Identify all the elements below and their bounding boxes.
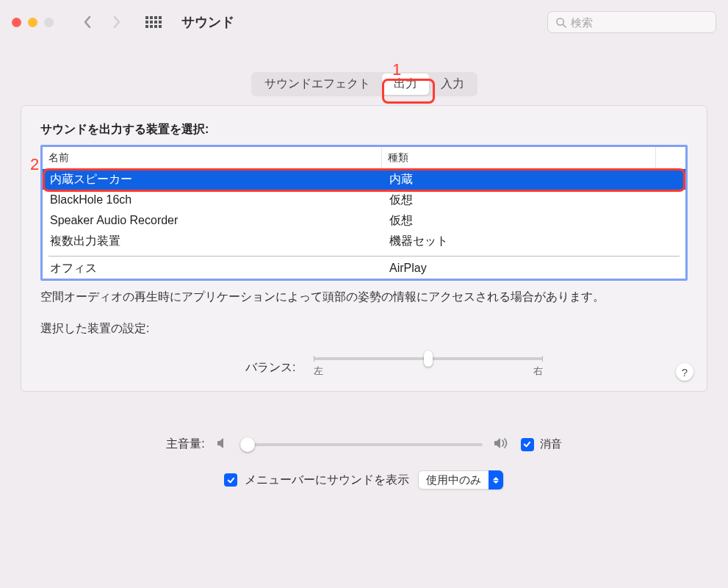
volume-label: 主音量: [166, 437, 204, 452]
balance-left-label: 左 [314, 365, 323, 378]
balance-right-label: 右 [533, 365, 543, 378]
show-all-prefs-button[interactable] [143, 12, 164, 32]
mute-checkbox[interactable] [521, 438, 534, 451]
device-type: 機器セット [382, 234, 685, 249]
chevron-right-icon [112, 15, 121, 29]
window-controls [12, 18, 54, 27]
output-pane: サウンドを出力する装置を選択: 名前 種類 内蔵スピーカー 内蔵 BlackHo… [21, 105, 707, 392]
search-input[interactable] [571, 16, 708, 29]
tab-output[interactable]: 出力 [382, 74, 429, 95]
device-row-airplay-office[interactable]: オフィス AirPlay [43, 258, 685, 279]
device-name: Speaker Audio Recorder [43, 214, 382, 227]
device-row-blackhole[interactable]: BlackHole 16ch 仮想 [43, 190, 685, 210]
zoom-window-button [44, 18, 54, 27]
speaker-high-icon [493, 436, 511, 453]
device-name: 複数出力装置 [43, 234, 382, 249]
show-in-menubar-checkbox[interactable] [224, 473, 237, 487]
search-field[interactable] [547, 11, 716, 33]
chevron-left-icon [83, 15, 92, 29]
check-icon [226, 476, 236, 485]
check-icon [522, 440, 532, 449]
device-name: BlackHole 16ch [43, 193, 382, 207]
device-row-builtin-speaker[interactable]: 内蔵スピーカー 内蔵 [43, 169, 685, 190]
select-device-label: サウンドを出力する装置を選択: [40, 122, 688, 137]
list-divider [48, 256, 680, 257]
help-button[interactable]: ? [676, 363, 693, 381]
device-name: オフィス [43, 261, 382, 276]
device-name: 内蔵スピーカー [43, 172, 382, 187]
menubar-mode-dropdown[interactable]: 使用中のみ [418, 470, 504, 490]
tab-sound-effects[interactable]: サウンドエフェクト [253, 74, 382, 95]
volume-row: 主音量: 消音 [21, 436, 707, 453]
menubar-row: メニューバーにサウンドを表示 使用中のみ [21, 470, 707, 490]
chevron-up-down-icon [489, 470, 503, 490]
device-list-header: 名前 種類 [43, 147, 685, 169]
svg-line-1 [563, 24, 566, 27]
balance-slider[interactable]: 左 右 [314, 357, 543, 378]
column-name-header[interactable]: 名前 [43, 147, 382, 168]
show-in-menubar-checkbox-wrap[interactable]: メニューバーにサウンドを表示 [224, 473, 409, 488]
minimize-window-button[interactable] [28, 18, 37, 27]
forward-button [107, 12, 127, 32]
mute-label: 消音 [540, 437, 562, 451]
column-type-header[interactable]: 種類 [382, 147, 656, 168]
device-type: 仮想 [382, 193, 685, 208]
titlebar: サウンド [0, 0, 728, 44]
volume-slider-thumb[interactable] [240, 437, 255, 452]
volume-slider[interactable] [240, 443, 483, 446]
device-type: 内蔵 [382, 172, 685, 187]
speaker-low-icon [215, 436, 230, 453]
show-in-menubar-label: メニューバーにサウンドを表示 [245, 473, 409, 488]
device-list: 名前 種類 内蔵スピーカー 内蔵 BlackHole 16ch 仮想 Speak… [40, 145, 688, 281]
device-row-aggregate[interactable]: 複数出力装置 機器セット [43, 231, 685, 251]
back-button[interactable] [77, 12, 98, 32]
mute-checkbox-wrap[interactable]: 消音 [521, 437, 562, 451]
tabs: サウンドエフェクト 出力 入力 [0, 72, 728, 96]
close-window-button[interactable] [12, 18, 21, 27]
search-icon [555, 17, 566, 28]
device-type: 仮想 [382, 213, 685, 229]
dropdown-value: 使用中のみ [426, 473, 481, 487]
selected-device-settings-label: 選択した装置の設定: [40, 321, 688, 337]
balance-label: バランス: [230, 360, 296, 376]
device-row-speaker-recorder[interactable]: Speaker Audio Recorder 仮想 [43, 210, 685, 231]
spatial-audio-note: 空間オーディオの再生時にアプリケーションによって頭部の姿勢の情報にアクセスされる… [40, 290, 688, 305]
balance-slider-thumb[interactable] [424, 351, 433, 367]
bottom-controls: 主音量: 消音 メニューバーにサウンドを表示 使用中のみ [0, 436, 728, 490]
balance-row: バランス: 左 右 [40, 357, 688, 378]
tab-input[interactable]: 入力 [429, 74, 476, 95]
grid-icon [145, 16, 162, 28]
page-title: サウンド [181, 13, 234, 31]
device-type: AirPlay [382, 262, 685, 275]
